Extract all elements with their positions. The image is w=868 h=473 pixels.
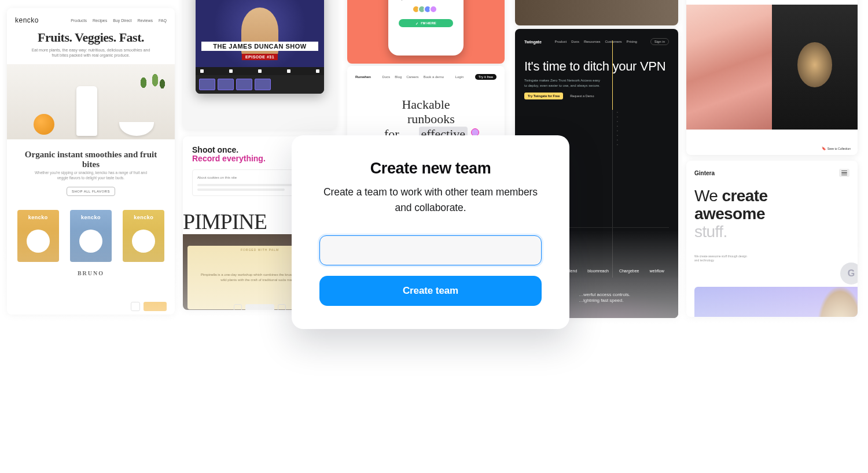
- kencko-hero-title: Fruits. Veggies. Fast.: [15, 30, 167, 45]
- gintera-fab: G: [840, 263, 858, 284]
- nav-link: FAQ: [159, 19, 167, 23]
- vpn-cta-primary: Try Twingate for Free: [524, 93, 563, 99]
- nav-link: Recipes: [93, 19, 107, 23]
- create-team-button[interactable]: Create team: [319, 276, 542, 306]
- runbook-brand: Runwhen: [355, 75, 371, 79]
- kencko-logo: kencko: [15, 16, 39, 24]
- gintera-headline: We create awesome stuff.: [694, 187, 849, 241]
- bg-card-orange: 240posts 800likes 47faves I'M HERE: [347, 0, 505, 64]
- vpn-hero: It's time to ditch your VPN: [524, 59, 669, 73]
- kencko-hero-subtitle: Eat more plants, the easy way: nutritiou…: [15, 47, 167, 58]
- modal-description: Create a team to work with other team me…: [319, 184, 542, 216]
- phone-mock: 240posts 800likes 47faves I'M HERE: [388, 0, 464, 56]
- zara-logo: ARA ZARA: [686, 0, 834, 1]
- gintera-strip: [694, 287, 858, 317]
- zara-photo-lips: [686, 5, 772, 130]
- kencko-nav: Products Recipes Buy Direct Reviews FAQ: [71, 19, 167, 23]
- nav-link: Products: [71, 19, 87, 23]
- kencko-pager: [131, 302, 167, 311]
- kencko-pack: kencko: [123, 210, 164, 262]
- kencko-cta: SHOP ALL FLAVORS: [67, 187, 115, 196]
- runbook-heading: Hackable: [355, 97, 496, 112]
- show-title: THE JAMES DUNCAN SHOW: [201, 42, 318, 51]
- video-player: THE JAMES DUNCAN SHOW EPISODE #31: [196, 0, 324, 67]
- bg-card-zara: ARA ZARA Save to Collection: [686, 0, 858, 155]
- browser-window: THE JAMES DUNCAN SHOW EPISODE #31: [196, 0, 324, 94]
- kencko-product-row: kencko kencko kencko: [12, 204, 170, 262]
- bg-card-kencko: kencko Products Recipes Buy Direct Revie…: [7, 8, 175, 315]
- kencko-footer-brand: BRUNO: [15, 270, 167, 276]
- nav-link: Buy Direct: [113, 19, 131, 23]
- kencko-hero-photo: [7, 64, 175, 139]
- bg-card-video-peek: [515, 0, 678, 25]
- kencko-pack: kencko: [17, 210, 59, 262]
- menu-icon: [839, 169, 849, 177]
- create-team-modal: Create new team Create a team to work wi…: [292, 135, 569, 329]
- zara-photo-dark: [772, 5, 858, 130]
- kencko-pack: kencko: [70, 210, 112, 262]
- vpn-sub: Twingate makes Zero Trust Network Access…: [524, 78, 603, 88]
- vpn-cta-secondary: Request a Demo: [567, 93, 597, 99]
- team-name-input[interactable]: [319, 235, 542, 265]
- modal-title: Create new team: [319, 160, 542, 178]
- vpn-brand: Twingate: [524, 40, 542, 44]
- episode-badge: EPISODE #31: [242, 54, 278, 60]
- nav-link: Reviews: [138, 19, 153, 23]
- gintera-meta: We create awesome stuff through design a…: [694, 254, 752, 263]
- save-tag: Save to Collection: [819, 145, 853, 151]
- kencko-section-subtitle: Whether you're sipping or snacking, kenc…: [15, 171, 167, 181]
- kencko-section-title: Organic instant smoothies and fruit bite…: [15, 150, 167, 170]
- bg-card-gintera: Gintera We create awesome stuff. We crea…: [686, 161, 858, 317]
- phone-button: I'M HERE: [399, 19, 453, 27]
- shoot-pager: [234, 304, 286, 310]
- gintera-brand: Gintera: [694, 170, 715, 176]
- bg-card-show: THE JAMES DUNCAN SHOW EPISODE #31: [183, 0, 337, 130]
- vpn-code-list: [617, 110, 669, 147]
